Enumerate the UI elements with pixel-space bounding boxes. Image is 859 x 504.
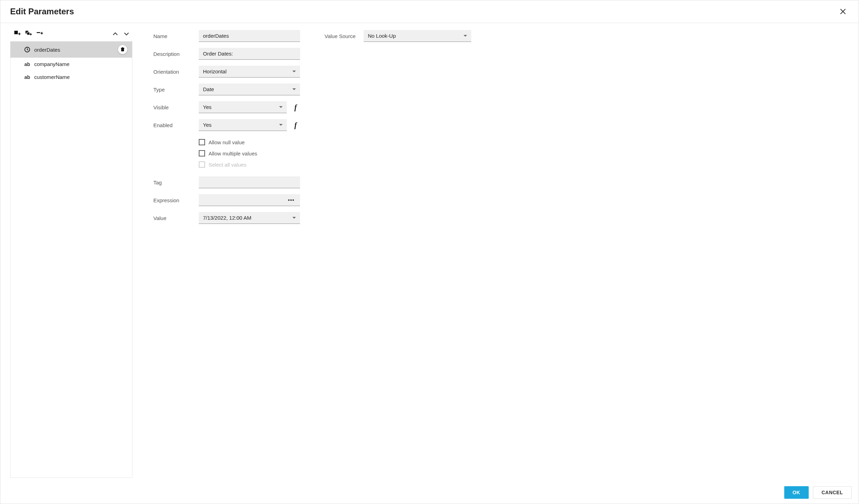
add-icon [14,31,21,37]
clone-parameter-button[interactable] [25,30,32,38]
label-allow-multiple: Allow multiple values [209,151,257,156]
value-value: 7/13/2022, 12:00 AM [203,215,251,221]
type-value: Date [203,86,214,92]
enabled-select[interactable]: Yes [199,119,287,131]
separator-icon [37,31,43,37]
caret-down-icon [292,88,296,90]
form-col-right: Value Source No Look-Up [325,30,471,478]
caret-down-icon [464,35,467,37]
dialog-title: Edit Parameters [10,7,74,16]
parameters-list: orderDates ab companyName [10,41,132,478]
fx-icon: f [294,103,297,111]
close-button[interactable] [837,7,849,16]
value-select[interactable]: 7/13/2022, 12:00 AM [199,212,300,224]
svg-rect-6 [30,33,31,35]
param-label: customerName [34,74,127,80]
dialog-footer: OK CANCEL [0,481,859,504]
select-all-checkbox [199,161,205,168]
label-name: Name [153,33,195,39]
string-icon: ab [24,61,31,67]
visible-expression-button[interactable]: f [291,103,300,112]
label-allow-null: Allow null value [209,139,245,145]
cancel-button[interactable]: CANCEL [813,486,852,499]
orientation-value: Horizontal [203,68,227,74]
move-up-button[interactable] [111,30,119,38]
allow-multiple-checkbox[interactable] [199,150,205,156]
parameter-form: Name orderDates Description Order Dates:… [153,30,849,478]
enabled-expression-button[interactable]: f [291,120,300,130]
expression-edit-button[interactable]: ••• [286,197,296,203]
tag-input[interactable] [199,176,300,188]
svg-rect-9 [42,32,42,35]
orientation-select[interactable]: Horizontal [199,66,300,78]
allow-null-checkbox[interactable] [199,139,205,145]
caret-down-icon [292,71,296,72]
ok-button[interactable]: OK [784,486,809,499]
dialog-body: orderDates ab companyName [0,23,859,481]
svg-rect-11 [121,49,124,51]
label-expression: Expression [153,197,195,203]
fx-icon: f [294,121,297,129]
label-select-all: Select all values [209,162,246,168]
enabled-value: Yes [203,122,211,128]
clock-icon [24,46,31,53]
label-orientation: Orientation [153,69,195,75]
add-separator-button[interactable] [36,30,44,38]
param-label: orderDates [34,47,115,53]
form-col-main: Name orderDates Description Order Dates:… [153,30,300,478]
visible-value: Yes [203,104,211,110]
svg-rect-7 [37,32,40,33]
label-enabled: Enabled [153,122,195,128]
name-value: orderDates [203,33,229,39]
add-parameter-button[interactable] [14,30,21,38]
param-item-orderdates[interactable]: orderDates [10,42,132,58]
svg-rect-13 [122,48,123,48]
chevron-up-icon [112,31,118,37]
param-item-customername[interactable]: ab customerName [10,71,132,83]
delete-parameter-button[interactable] [118,45,127,54]
parameters-panel: orderDates ab companyName [10,30,132,478]
label-value: Value [153,215,195,221]
dialog-header: Edit Parameters [0,0,859,23]
svg-rect-4 [27,32,30,35]
label-value-source: Value Source [325,33,359,39]
label-description: Description [153,51,195,57]
parameters-toolbar [10,30,132,41]
name-input[interactable]: orderDates [199,30,300,42]
clone-icon [26,31,32,37]
description-input[interactable]: Order Dates: [199,48,300,60]
move-down-button[interactable] [123,30,130,38]
caret-down-icon [292,217,296,219]
label-tag: Tag [153,180,195,185]
description-value: Order Dates: [203,51,233,57]
edit-parameters-dialog: Edit Parameters [0,0,859,504]
label-type: Type [153,87,195,93]
close-icon [840,8,846,15]
caret-down-icon [279,106,283,108]
visible-select[interactable]: Yes [199,101,287,113]
svg-rect-2 [19,33,20,35]
param-item-companyname[interactable]: ab companyName [10,58,132,71]
value-source-value: No Look-Up [368,33,396,39]
chevron-down-icon [124,31,129,37]
svg-rect-0 [14,31,18,34]
caret-down-icon [279,124,283,126]
expression-input[interactable]: ••• [199,194,300,206]
value-source-select[interactable]: No Look-Up [364,30,471,42]
label-visible: Visible [153,104,195,110]
param-label: companyName [34,61,127,67]
trash-icon [120,47,125,52]
type-select[interactable]: Date [199,83,300,95]
ellipsis-icon: ••• [288,197,294,203]
string-icon: ab [24,74,31,80]
